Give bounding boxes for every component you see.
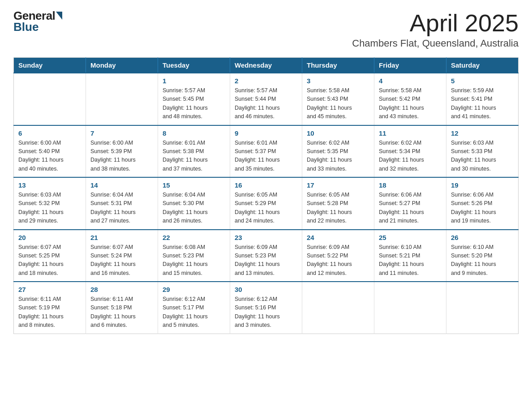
- calendar-week-row: 27Sunrise: 6:11 AMSunset: 5:19 PMDayligh…: [14, 282, 519, 334]
- day-detail: Sunrise: 6:04 AMSunset: 5:31 PMDaylight:…: [90, 191, 153, 226]
- day-number: 21: [90, 234, 153, 241]
- calendar-header-row: SundayMondayTuesdayWednesdayThursdayFrid…: [14, 58, 519, 73]
- weekday-header-monday: Monday: [86, 58, 158, 73]
- calendar-cell: 24Sunrise: 6:09 AMSunset: 5:22 PMDayligh…: [302, 230, 374, 282]
- day-detail: Sunrise: 6:08 AMSunset: 5:23 PMDaylight:…: [163, 243, 225, 278]
- weekday-header-sunday: Sunday: [14, 58, 86, 73]
- day-detail: Sunrise: 6:09 AMSunset: 5:22 PMDaylight:…: [307, 243, 369, 278]
- calendar-cell: 15Sunrise: 6:04 AMSunset: 5:30 PMDayligh…: [158, 177, 230, 230]
- day-detail: Sunrise: 5:57 AMSunset: 5:45 PMDaylight:…: [163, 86, 225, 121]
- calendar-cell: 11Sunrise: 6:02 AMSunset: 5:34 PMDayligh…: [374, 125, 446, 178]
- day-detail: Sunrise: 6:01 AMSunset: 5:38 PMDaylight:…: [163, 139, 225, 174]
- calendar-cell: [86, 73, 158, 125]
- day-detail: Sunrise: 6:00 AMSunset: 5:39 PMDaylight:…: [90, 139, 153, 174]
- day-number: 17: [307, 181, 369, 189]
- calendar-cell: 3Sunrise: 5:58 AMSunset: 5:43 PMDaylight…: [302, 73, 374, 125]
- day-number: 12: [451, 129, 514, 137]
- page-subtitle: Chambers Flat, Queensland, Australia: [352, 38, 519, 49]
- calendar-cell: [446, 282, 519, 334]
- calendar-cell: 12Sunrise: 6:03 AMSunset: 5:33 PMDayligh…: [446, 125, 519, 178]
- calendar-cell: 13Sunrise: 6:03 AMSunset: 5:32 PMDayligh…: [14, 177, 86, 230]
- calendar-cell: 29Sunrise: 6:12 AMSunset: 5:17 PMDayligh…: [158, 282, 230, 334]
- day-detail: Sunrise: 6:04 AMSunset: 5:30 PMDaylight:…: [163, 191, 225, 226]
- page-header: General Blue April 2025 Chambers Flat, Q…: [13, 9, 519, 49]
- day-number: 30: [235, 286, 297, 293]
- weekday-header-wednesday: Wednesday: [230, 58, 302, 73]
- calendar-table: SundayMondayTuesdayWednesdayThursdayFrid…: [13, 57, 519, 334]
- calendar-cell: 19Sunrise: 6:06 AMSunset: 5:26 PMDayligh…: [446, 177, 519, 230]
- day-number: 7: [90, 129, 153, 137]
- day-number: 9: [235, 129, 297, 137]
- day-detail: Sunrise: 5:57 AMSunset: 5:44 PMDaylight:…: [235, 86, 297, 121]
- calendar-cell: 25Sunrise: 6:10 AMSunset: 5:21 PMDayligh…: [374, 230, 446, 282]
- calendar-cell: 4Sunrise: 5:58 AMSunset: 5:42 PMDaylight…: [374, 73, 446, 125]
- day-detail: Sunrise: 6:02 AMSunset: 5:34 PMDaylight:…: [379, 139, 442, 174]
- day-detail: Sunrise: 6:05 AMSunset: 5:29 PMDaylight:…: [235, 191, 297, 226]
- day-detail: Sunrise: 6:03 AMSunset: 5:33 PMDaylight:…: [451, 139, 514, 174]
- title-block: April 2025 Chambers Flat, Queensland, Au…: [352, 9, 519, 49]
- day-number: 24: [307, 234, 369, 241]
- day-number: 20: [18, 234, 81, 241]
- calendar-week-row: 1Sunrise: 5:57 AMSunset: 5:45 PMDaylight…: [14, 73, 519, 125]
- calendar-cell: 20Sunrise: 6:07 AMSunset: 5:25 PMDayligh…: [14, 230, 86, 282]
- day-detail: Sunrise: 5:59 AMSunset: 5:41 PMDaylight:…: [451, 86, 514, 121]
- calendar-cell: 27Sunrise: 6:11 AMSunset: 5:19 PMDayligh…: [14, 282, 86, 334]
- weekday-header-tuesday: Tuesday: [158, 58, 230, 73]
- day-number: 15: [163, 181, 225, 189]
- day-number: 3: [307, 77, 369, 85]
- calendar-cell: 6Sunrise: 6:00 AMSunset: 5:40 PMDaylight…: [14, 125, 86, 178]
- calendar-cell: 2Sunrise: 5:57 AMSunset: 5:44 PMDaylight…: [230, 73, 302, 125]
- calendar-cell: [14, 73, 86, 125]
- logo-arrow-icon: [56, 12, 62, 20]
- calendar-cell: 1Sunrise: 5:57 AMSunset: 5:45 PMDaylight…: [158, 73, 230, 125]
- day-detail: Sunrise: 6:12 AMSunset: 5:16 PMDaylight:…: [235, 295, 297, 330]
- calendar-cell: [374, 282, 446, 334]
- day-detail: Sunrise: 6:10 AMSunset: 5:21 PMDaylight:…: [379, 243, 442, 278]
- day-number: 1: [163, 77, 225, 85]
- day-number: 26: [451, 234, 514, 241]
- day-number: 6: [18, 129, 81, 137]
- day-number: 14: [90, 181, 153, 189]
- calendar-week-row: 20Sunrise: 6:07 AMSunset: 5:25 PMDayligh…: [14, 230, 519, 282]
- day-number: 2: [235, 77, 297, 85]
- day-number: 5: [451, 77, 514, 85]
- calendar-cell: 23Sunrise: 6:09 AMSunset: 5:23 PMDayligh…: [230, 230, 302, 282]
- logo: General Blue: [13, 9, 62, 34]
- day-detail: Sunrise: 6:00 AMSunset: 5:40 PMDaylight:…: [18, 139, 81, 174]
- day-detail: Sunrise: 6:11 AMSunset: 5:19 PMDaylight:…: [18, 295, 81, 330]
- day-number: 25: [379, 234, 442, 241]
- day-detail: Sunrise: 6:03 AMSunset: 5:32 PMDaylight:…: [18, 191, 81, 226]
- day-number: 18: [379, 181, 442, 189]
- calendar-cell: 26Sunrise: 6:10 AMSunset: 5:20 PMDayligh…: [446, 230, 519, 282]
- day-detail: Sunrise: 5:58 AMSunset: 5:43 PMDaylight:…: [307, 86, 369, 121]
- calendar-cell: 10Sunrise: 6:02 AMSunset: 5:35 PMDayligh…: [302, 125, 374, 178]
- calendar-cell: 8Sunrise: 6:01 AMSunset: 5:38 PMDaylight…: [158, 125, 230, 178]
- day-detail: Sunrise: 6:10 AMSunset: 5:20 PMDaylight:…: [451, 243, 514, 278]
- calendar-cell: 28Sunrise: 6:11 AMSunset: 5:18 PMDayligh…: [86, 282, 158, 334]
- page-title: April 2025: [352, 9, 519, 37]
- calendar-cell: 9Sunrise: 6:01 AMSunset: 5:37 PMDaylight…: [230, 125, 302, 178]
- day-number: 4: [379, 77, 442, 85]
- day-number: 10: [307, 129, 369, 137]
- day-number: 22: [163, 234, 225, 241]
- calendar-cell: 5Sunrise: 5:59 AMSunset: 5:41 PMDaylight…: [446, 73, 519, 125]
- day-number: 8: [163, 129, 225, 137]
- day-detail: Sunrise: 6:01 AMSunset: 5:37 PMDaylight:…: [235, 139, 297, 174]
- day-detail: Sunrise: 6:11 AMSunset: 5:18 PMDaylight:…: [90, 295, 153, 330]
- weekday-header-saturday: Saturday: [446, 58, 519, 73]
- day-detail: Sunrise: 6:12 AMSunset: 5:17 PMDaylight:…: [163, 295, 225, 330]
- calendar-cell: 16Sunrise: 6:05 AMSunset: 5:29 PMDayligh…: [230, 177, 302, 230]
- calendar-cell: 17Sunrise: 6:05 AMSunset: 5:28 PMDayligh…: [302, 177, 374, 230]
- day-detail: Sunrise: 6:06 AMSunset: 5:26 PMDaylight:…: [451, 191, 514, 226]
- calendar-cell: 14Sunrise: 6:04 AMSunset: 5:31 PMDayligh…: [86, 177, 158, 230]
- day-detail: Sunrise: 6:07 AMSunset: 5:24 PMDaylight:…: [90, 243, 153, 278]
- day-number: 16: [235, 181, 297, 189]
- calendar-cell: 21Sunrise: 6:07 AMSunset: 5:24 PMDayligh…: [86, 230, 158, 282]
- weekday-header-thursday: Thursday: [302, 58, 374, 73]
- day-number: 19: [451, 181, 514, 189]
- day-detail: Sunrise: 6:07 AMSunset: 5:25 PMDaylight:…: [18, 243, 81, 278]
- day-number: 29: [163, 286, 225, 293]
- calendar-week-row: 13Sunrise: 6:03 AMSunset: 5:32 PMDayligh…: [14, 177, 519, 230]
- calendar-cell: 18Sunrise: 6:06 AMSunset: 5:27 PMDayligh…: [374, 177, 446, 230]
- calendar-cell: [302, 282, 374, 334]
